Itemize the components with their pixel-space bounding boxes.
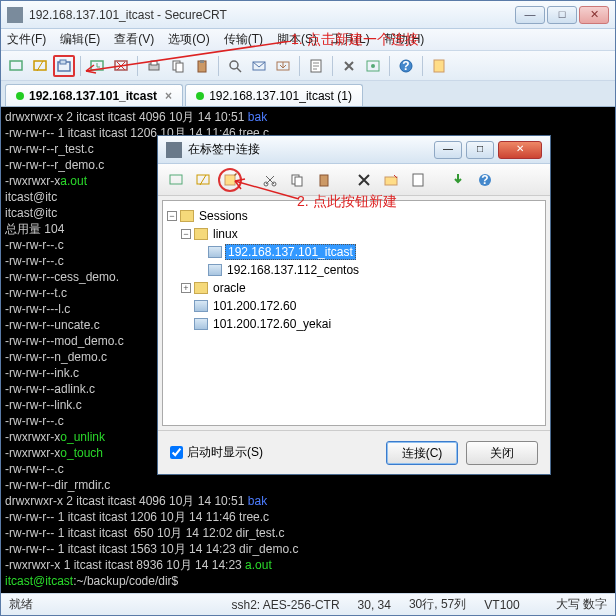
dtool-new-icon[interactable] <box>218 168 242 192</box>
dtool-copy-icon[interactable] <box>285 168 309 192</box>
menu-options[interactable]: 选项(O) <box>168 31 209 48</box>
tab-label: 192.168.137.101_itcast (1) <box>209 89 352 103</box>
tool-copy-icon[interactable] <box>167 55 189 77</box>
tree-session-1[interactable]: 192.168.137.101_itcast <box>167 243 541 261</box>
collapse-icon[interactable]: − <box>167 211 177 221</box>
dtool-cut-icon[interactable] <box>258 168 282 192</box>
tool-help-icon[interactable]: ? <box>395 55 417 77</box>
tool-reconnect-icon[interactable] <box>86 55 108 77</box>
tab-session-2[interactable]: 192.168.137.101_itcast (1) <box>185 84 363 106</box>
close-button[interactable]: ✕ <box>579 6 609 24</box>
close-dialog-button[interactable]: 关闭 <box>466 441 538 465</box>
svg-rect-23 <box>225 175 235 185</box>
svg-text:?: ? <box>481 173 488 187</box>
tab-session-1[interactable]: 192.168.137.101_itcast× <box>5 84 183 106</box>
session-icon <box>194 318 208 330</box>
dtool-import-icon[interactable] <box>446 168 470 192</box>
svg-rect-21 <box>170 175 182 184</box>
svg-rect-30 <box>413 174 423 186</box>
svg-rect-3 <box>60 60 66 64</box>
dtool-delete-icon[interactable] <box>352 168 376 192</box>
dtool-props-icon[interactable] <box>406 168 430 192</box>
dialog-minimize-button[interactable]: — <box>434 141 462 159</box>
status-dot-icon <box>16 92 24 100</box>
tool-send-icon[interactable] <box>248 55 270 77</box>
folder-icon <box>194 228 208 240</box>
minimize-button[interactable]: — <box>515 6 545 24</box>
menu-transfer[interactable]: 传输(T) <box>224 31 263 48</box>
status-caps: 大写 数字 <box>556 596 607 613</box>
session-tree[interactable]: −Sessions −linux 192.168.137.101_itcast … <box>162 200 546 426</box>
status-ready: 就绪 <box>9 596 33 613</box>
tool-options-icon[interactable] <box>338 55 360 77</box>
svg-rect-9 <box>176 63 183 72</box>
status-pos: 30, 34 <box>358 598 391 612</box>
menu-help[interactable]: 帮助(H) <box>384 31 425 48</box>
statusbar: 就绪 ssh2: AES-256-CTR 30, 34 30行, 57列 VT1… <box>1 593 615 615</box>
dtool-paste-icon[interactable] <box>312 168 336 192</box>
dialog-maximize-button[interactable]: □ <box>466 141 494 159</box>
dialog-titlebar: 在标签中连接 — □ ✕ <box>158 136 550 164</box>
tree-session-4[interactable]: 101.200.172.60_yekai <box>167 315 541 333</box>
tab-close-icon[interactable]: × <box>165 89 172 103</box>
dialog-title: 在标签中连接 <box>188 141 434 158</box>
dtool-help-icon[interactable]: ? <box>473 168 497 192</box>
dialog-close-button[interactable]: ✕ <box>498 141 542 159</box>
menu-file[interactable]: 文件(F) <box>7 31 46 48</box>
tree-folder-linux[interactable]: −linux <box>167 225 541 243</box>
svg-text:?: ? <box>402 59 409 73</box>
dialog-footer: 启动时显示(S) 连接(C) 关闭 <box>158 430 550 474</box>
tool-quick-icon[interactable] <box>29 55 51 77</box>
tab-bar: 192.168.137.101_itcast× 192.168.137.101_… <box>1 81 615 107</box>
session-icon <box>194 300 208 312</box>
show-on-start-checkbox[interactable]: 启动时显示(S) <box>170 444 263 461</box>
app-icon <box>7 7 23 23</box>
menu-script[interactable]: 脚本(S) <box>277 31 317 48</box>
collapse-icon[interactable]: − <box>181 229 191 239</box>
tool-find-icon[interactable] <box>224 55 246 77</box>
session-icon <box>208 246 222 258</box>
tree-folder-oracle[interactable]: +oracle <box>167 279 541 297</box>
tool-props-icon[interactable] <box>305 55 327 77</box>
svg-point-17 <box>371 64 375 68</box>
svg-rect-11 <box>200 60 204 63</box>
connect-button[interactable]: 连接(C) <box>386 441 458 465</box>
svg-rect-27 <box>295 177 302 186</box>
main-toolbar: ? <box>1 51 615 81</box>
menu-view[interactable]: 查看(V) <box>114 31 154 48</box>
dtool-newfolder-icon[interactable] <box>379 168 403 192</box>
menu-tools[interactable]: 工具(L) <box>331 31 370 48</box>
svg-rect-20 <box>434 60 444 72</box>
status-size: 30行, 57列 <box>409 596 466 613</box>
titlebar: 192.168.137.101_itcast - SecureCRT — □ ✕ <box>1 1 615 29</box>
expand-icon[interactable]: + <box>181 283 191 293</box>
dtool-quick-icon[interactable] <box>191 168 215 192</box>
tool-recv-icon[interactable] <box>272 55 294 77</box>
maximize-button[interactable]: □ <box>547 6 577 24</box>
svg-rect-7 <box>151 61 157 65</box>
folder-icon <box>194 282 208 294</box>
tool-paste-icon[interactable] <box>191 55 213 77</box>
session-icon <box>208 264 222 276</box>
status-ssh: ssh2: AES-256-CTR <box>232 598 340 612</box>
tool-connect-icon[interactable] <box>5 55 27 77</box>
status-vt: VT100 <box>484 598 519 612</box>
tab-label: 192.168.137.101_itcast <box>29 89 157 103</box>
status-dot-icon <box>196 92 204 100</box>
dialog-toolbar: ? <box>158 164 550 196</box>
window-title: 192.168.137.101_itcast - SecureCRT <box>29 8 515 22</box>
tree-session-2[interactable]: 192.168.137.112_centos <box>167 261 541 279</box>
tool-session-icon[interactable] <box>362 55 384 77</box>
menu-edit[interactable]: 编辑(E) <box>60 31 100 48</box>
tool-log-icon[interactable] <box>428 55 450 77</box>
menubar: 文件(F) 编辑(E) 查看(V) 选项(O) 传输(T) 脚本(S) 工具(L… <box>1 29 615 51</box>
tree-session-3[interactable]: 101.200.172.60 <box>167 297 541 315</box>
svg-rect-29 <box>385 177 397 185</box>
tool-newtab-icon[interactable] <box>53 55 75 77</box>
tool-disconnect-icon[interactable] <box>110 55 132 77</box>
svg-point-12 <box>230 61 238 69</box>
tree-root[interactable]: −Sessions <box>167 207 541 225</box>
dtool-connect-icon[interactable] <box>164 168 188 192</box>
dialog-icon <box>166 142 182 158</box>
tool-print-icon[interactable] <box>143 55 165 77</box>
